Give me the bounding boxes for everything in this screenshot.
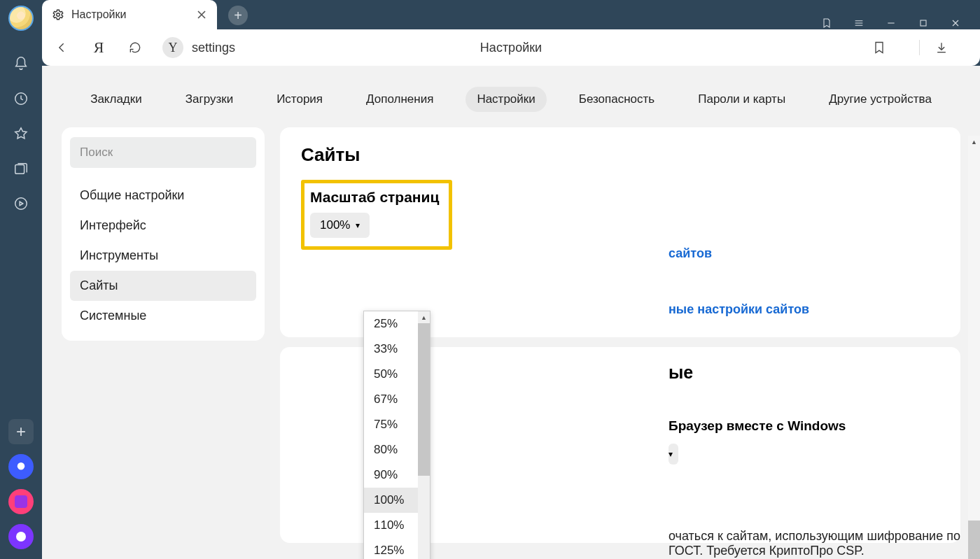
chevron-down-icon: ▾	[668, 449, 673, 459]
reload-button[interactable]	[126, 38, 144, 57]
sites-card: Сайты Масштаб страниц 100%▾ сайтов ные н…	[280, 127, 960, 337]
scroll-up-button[interactable]: ▲	[418, 311, 430, 323]
vertical-sidebar: +	[0, 0, 42, 559]
zoom-option[interactable]: 67%	[364, 387, 418, 412]
gear-icon	[52, 8, 64, 21]
zoom-option[interactable]: 25%	[364, 311, 418, 337]
svg-rect-5	[920, 20, 926, 26]
zoom-option[interactable]: 50%	[364, 362, 418, 387]
topnav-passwords[interactable]: Пароли и карты	[687, 87, 797, 112]
profile-avatar[interactable]	[8, 6, 34, 31]
play-icon[interactable]	[13, 195, 29, 212]
page-scroll-up[interactable]: ▲	[968, 136, 980, 148]
music-orb[interactable]	[8, 489, 34, 514]
tab-strip: Настройки +	[42, 0, 980, 29]
chat-orb[interactable]	[8, 454, 34, 479]
back-button[interactable]	[53, 38, 71, 57]
content-area: Закладки Загрузки История Дополнения Нас…	[42, 66, 980, 559]
browser-tab[interactable]: Настройки	[42, 0, 217, 29]
sites-heading: Сайты	[301, 144, 939, 166]
menu-icon[interactable]	[853, 17, 865, 29]
sidebar-item-sites[interactable]: Сайты	[70, 271, 256, 301]
maximize-button[interactable]	[917, 17, 930, 29]
minimize-button[interactable]	[885, 17, 897, 29]
separator	[919, 40, 920, 55]
zoom-option[interactable]: 90%	[364, 462, 418, 488]
address-text[interactable]: settings	[192, 41, 235, 55]
other-heading-partial: ые	[668, 362, 693, 383]
yandex-home-button[interactable]: Я	[90, 38, 108, 57]
svg-point-3	[18, 462, 25, 470]
zoom-label: Масштаб страниц	[310, 189, 439, 206]
bookmark-icon[interactable]	[870, 38, 888, 57]
advanced-link-partial[interactable]: ные настройки сайтов	[668, 302, 809, 317]
zoom-option[interactable]: 110%	[364, 513, 418, 538]
zoom-option[interactable]: 125%	[364, 538, 418, 559]
topnav-downloads[interactable]: Загрузки	[174, 87, 244, 112]
launch-label-partial: Браузер вместе с Windows	[668, 418, 846, 434]
sidebar-item-tools[interactable]: Инструменты	[70, 241, 256, 271]
svg-rect-1	[15, 165, 24, 174]
zoom-select[interactable]: 100%▾	[310, 213, 370, 238]
downloads-icon[interactable]	[932, 38, 951, 57]
gost-text-partial: очаться к сайтам, использующим шифровани…	[668, 529, 960, 558]
bookmarks-panel-icon[interactable]	[820, 17, 833, 29]
window-close-button[interactable]	[949, 17, 962, 29]
svg-point-2	[15, 198, 27, 210]
topnav-bookmarks[interactable]: Закладки	[79, 87, 153, 112]
settings-sidebar: Поиск Общие настройки Интерфейс Инструме…	[62, 127, 265, 341]
sites-link-partial[interactable]: сайтов	[668, 246, 712, 261]
topnav-history[interactable]: История	[265, 87, 334, 112]
zoom-dropdown: 25% 33% 50% 67% 75% 80% 90% 100% 110% 12…	[363, 311, 430, 559]
launch-select[interactable]: ▾	[668, 444, 678, 465]
sidebar-item-general[interactable]: Общие настройки	[70, 181, 256, 211]
site-identity-chip[interactable]: Y	[162, 37, 183, 58]
scroll-thumb[interactable]	[418, 323, 430, 476]
zoom-option[interactable]: 80%	[364, 437, 418, 462]
zoom-option-selected[interactable]: 100%	[364, 488, 418, 513]
page-scrollbar[interactable]: ▲	[968, 136, 980, 559]
star-icon[interactable]	[13, 125, 29, 142]
zoom-option[interactable]: 75%	[364, 412, 418, 437]
sidebar-item-system[interactable]: Системные	[70, 301, 256, 331]
zoom-option[interactable]: 33%	[364, 337, 418, 362]
address-bar: Я Y settings Настройки	[42, 29, 980, 66]
topnav-settings[interactable]: Настройки	[465, 87, 546, 112]
bell-icon[interactable]	[13, 55, 29, 72]
add-panel-button[interactable]: +	[8, 419, 34, 444]
zoom-highlight: Масштаб страниц 100%▾	[301, 180, 452, 250]
new-tab-button[interactable]: +	[228, 6, 248, 25]
topnav-addons[interactable]: Дополнения	[355, 87, 444, 112]
topnav-security[interactable]: Безопасность	[568, 87, 666, 112]
chevron-down-icon: ▾	[356, 220, 360, 230]
search-input[interactable]: Поиск	[70, 137, 256, 168]
close-tab-button[interactable]	[196, 9, 207, 20]
topnav-devices[interactable]: Другие устройства	[818, 87, 943, 112]
page-scroll-thumb[interactable]	[968, 521, 980, 559]
settings-topnav: Закладки Загрузки История Дополнения Нас…	[62, 77, 960, 127]
history-icon[interactable]	[13, 90, 29, 107]
page-title: Настройки	[480, 41, 542, 55]
tab-title: Настройки	[71, 8, 126, 21]
svg-point-4	[57, 13, 60, 17]
alice-orb[interactable]	[8, 524, 34, 549]
collections-icon[interactable]	[13, 160, 29, 177]
sidebar-item-interface[interactable]: Интерфейс	[70, 211, 256, 241]
